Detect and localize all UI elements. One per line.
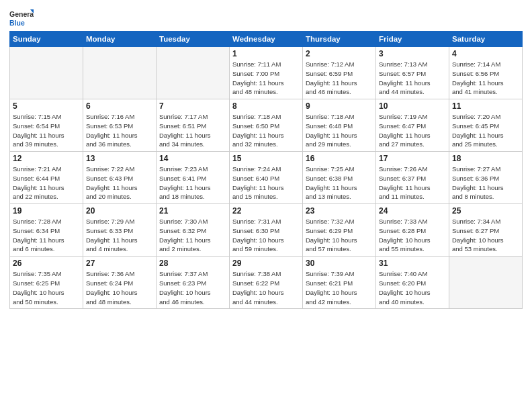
svg-text:Blue: Blue bbox=[9, 19, 25, 27]
day-number: 31 bbox=[379, 259, 446, 268]
day-info: Sunrise: 7:18 AM Sunset: 6:50 PM Dayligh… bbox=[232, 112, 300, 149]
day-number: 3 bbox=[379, 49, 446, 58]
calendar-cell bbox=[83, 47, 157, 99]
calendar-cell: 14Sunrise: 7:23 AM Sunset: 6:41 PM Dayli… bbox=[157, 152, 230, 204]
calendar-cell: 8Sunrise: 7:18 AM Sunset: 6:50 PM Daylig… bbox=[230, 99, 303, 152]
calendar-cell: 31Sunrise: 7:40 AM Sunset: 6:20 PM Dayli… bbox=[376, 257, 449, 309]
day-info: Sunrise: 7:36 AM Sunset: 6:24 PM Dayligh… bbox=[86, 269, 153, 306]
calendar-week-row: 19Sunrise: 7:28 AM Sunset: 6:34 PM Dayli… bbox=[10, 204, 523, 257]
day-info: Sunrise: 7:17 AM Sunset: 6:51 PM Dayligh… bbox=[159, 112, 226, 149]
calendar-cell: 19Sunrise: 7:28 AM Sunset: 6:34 PM Dayli… bbox=[10, 204, 83, 257]
day-number: 30 bbox=[306, 259, 373, 268]
calendar-cell: 20Sunrise: 7:29 AM Sunset: 6:33 PM Dayli… bbox=[83, 204, 157, 257]
day-info: Sunrise: 7:37 AM Sunset: 6:23 PM Dayligh… bbox=[159, 269, 226, 306]
calendar-cell: 26Sunrise: 7:35 AM Sunset: 6:25 PM Dayli… bbox=[10, 257, 83, 309]
day-number: 13 bbox=[86, 154, 153, 163]
calendar-cell: 11Sunrise: 7:20 AM Sunset: 6:45 PM Dayli… bbox=[449, 99, 523, 152]
calendar-cell: 27Sunrise: 7:36 AM Sunset: 6:24 PM Dayli… bbox=[83, 257, 157, 309]
day-info: Sunrise: 7:18 AM Sunset: 6:48 PM Dayligh… bbox=[306, 112, 373, 149]
calendar-cell: 23Sunrise: 7:32 AM Sunset: 6:29 PM Dayli… bbox=[303, 204, 376, 257]
day-info: Sunrise: 7:11 AM Sunset: 7:00 PM Dayligh… bbox=[232, 60, 300, 97]
day-info: Sunrise: 7:15 AM Sunset: 6:54 PM Dayligh… bbox=[13, 112, 80, 149]
calendar-cell: 28Sunrise: 7:37 AM Sunset: 6:23 PM Dayli… bbox=[157, 257, 230, 309]
calendar-cell: 21Sunrise: 7:30 AM Sunset: 6:32 PM Dayli… bbox=[157, 204, 230, 257]
day-info: Sunrise: 7:33 AM Sunset: 6:28 PM Dayligh… bbox=[379, 217, 446, 254]
day-info: Sunrise: 7:20 AM Sunset: 6:45 PM Dayligh… bbox=[452, 112, 519, 149]
day-number: 11 bbox=[452, 101, 519, 111]
calendar-cell: 18Sunrise: 7:27 AM Sunset: 6:36 PM Dayli… bbox=[449, 152, 523, 204]
calendar-cell bbox=[157, 47, 230, 99]
day-number: 24 bbox=[379, 206, 446, 216]
svg-text:General: General bbox=[9, 10, 34, 18]
calendar-cell: 6Sunrise: 7:16 AM Sunset: 6:53 PM Daylig… bbox=[83, 99, 157, 152]
day-info: Sunrise: 7:12 AM Sunset: 6:59 PM Dayligh… bbox=[306, 60, 373, 97]
weekday-header-row: SundayMondayTuesdayWednesdayThursdayFrid… bbox=[10, 32, 523, 47]
calendar-week-row: 26Sunrise: 7:35 AM Sunset: 6:25 PM Dayli… bbox=[10, 257, 523, 309]
day-info: Sunrise: 7:28 AM Sunset: 6:34 PM Dayligh… bbox=[13, 217, 80, 254]
day-number: 1 bbox=[232, 49, 300, 58]
day-number: 23 bbox=[306, 206, 373, 216]
day-info: Sunrise: 7:39 AM Sunset: 6:21 PM Dayligh… bbox=[306, 269, 373, 306]
day-info: Sunrise: 7:27 AM Sunset: 6:36 PM Dayligh… bbox=[452, 165, 519, 201]
calendar-cell: 12Sunrise: 7:21 AM Sunset: 6:44 PM Dayli… bbox=[10, 152, 83, 204]
calendar-cell: 16Sunrise: 7:25 AM Sunset: 6:38 PM Dayli… bbox=[303, 152, 376, 204]
logo-svg: General Blue bbox=[9, 8, 34, 28]
day-info: Sunrise: 7:35 AM Sunset: 6:25 PM Dayligh… bbox=[13, 269, 80, 306]
day-info: Sunrise: 7:34 AM Sunset: 6:27 PM Dayligh… bbox=[452, 217, 519, 254]
day-info: Sunrise: 7:19 AM Sunset: 6:47 PM Dayligh… bbox=[379, 112, 446, 149]
calendar-cell: 17Sunrise: 7:26 AM Sunset: 6:37 PM Dayli… bbox=[376, 152, 449, 204]
day-info: Sunrise: 7:16 AM Sunset: 6:53 PM Dayligh… bbox=[86, 112, 153, 149]
day-info: Sunrise: 7:26 AM Sunset: 6:37 PM Dayligh… bbox=[379, 165, 446, 201]
day-info: Sunrise: 7:32 AM Sunset: 6:29 PM Dayligh… bbox=[306, 217, 373, 254]
logo: General Blue bbox=[9, 8, 34, 28]
calendar-cell: 5Sunrise: 7:15 AM Sunset: 6:54 PM Daylig… bbox=[10, 99, 83, 152]
day-number: 20 bbox=[86, 206, 153, 216]
calendar-table: SundayMondayTuesdayWednesdayThursdayFrid… bbox=[9, 31, 523, 309]
calendar-cell: 29Sunrise: 7:38 AM Sunset: 6:22 PM Dayli… bbox=[230, 257, 303, 309]
day-info: Sunrise: 7:25 AM Sunset: 6:38 PM Dayligh… bbox=[306, 165, 373, 201]
calendar-week-row: 1Sunrise: 7:11 AM Sunset: 7:00 PM Daylig… bbox=[10, 47, 523, 99]
day-number: 4 bbox=[452, 49, 519, 58]
day-number: 10 bbox=[379, 101, 446, 111]
day-info: Sunrise: 7:24 AM Sunset: 6:40 PM Dayligh… bbox=[232, 165, 300, 201]
weekday-header-cell: Wednesday bbox=[230, 32, 303, 47]
calendar-cell: 25Sunrise: 7:34 AM Sunset: 6:27 PM Dayli… bbox=[449, 204, 523, 257]
calendar-cell: 24Sunrise: 7:33 AM Sunset: 6:28 PM Dayli… bbox=[376, 204, 449, 257]
calendar-cell: 15Sunrise: 7:24 AM Sunset: 6:40 PM Dayli… bbox=[230, 152, 303, 204]
day-number: 12 bbox=[13, 154, 80, 163]
day-number: 29 bbox=[232, 259, 300, 268]
weekday-header-cell: Tuesday bbox=[157, 32, 230, 47]
day-number: 26 bbox=[13, 259, 80, 268]
weekday-header-cell: Thursday bbox=[303, 32, 376, 47]
calendar-cell bbox=[10, 47, 83, 99]
day-number: 5 bbox=[13, 101, 80, 111]
calendar-cell: 3Sunrise: 7:13 AM Sunset: 6:57 PM Daylig… bbox=[376, 47, 449, 99]
day-number: 6 bbox=[86, 101, 153, 111]
calendar-cell: 10Sunrise: 7:19 AM Sunset: 6:47 PM Dayli… bbox=[376, 99, 449, 152]
calendar-cell: 4Sunrise: 7:14 AM Sunset: 6:56 PM Daylig… bbox=[449, 47, 523, 99]
weekday-header-cell: Sunday bbox=[10, 32, 83, 47]
day-number: 19 bbox=[13, 206, 80, 216]
day-number: 28 bbox=[159, 259, 226, 268]
calendar-cell: 13Sunrise: 7:22 AM Sunset: 6:43 PM Dayli… bbox=[83, 152, 157, 204]
day-info: Sunrise: 7:21 AM Sunset: 6:44 PM Dayligh… bbox=[13, 165, 80, 201]
calendar-body: 1Sunrise: 7:11 AM Sunset: 7:00 PM Daylig… bbox=[10, 47, 523, 309]
calendar-page: General Blue SundayMondayTuesdayWednesda… bbox=[0, 0, 532, 411]
day-info: Sunrise: 7:22 AM Sunset: 6:43 PM Dayligh… bbox=[86, 165, 153, 201]
day-info: Sunrise: 7:29 AM Sunset: 6:33 PM Dayligh… bbox=[86, 217, 153, 254]
day-number: 7 bbox=[159, 101, 226, 111]
day-number: 8 bbox=[232, 101, 300, 111]
day-info: Sunrise: 7:38 AM Sunset: 6:22 PM Dayligh… bbox=[232, 269, 300, 306]
weekday-header-cell: Friday bbox=[376, 32, 449, 47]
weekday-header-cell: Saturday bbox=[449, 32, 523, 47]
day-info: Sunrise: 7:14 AM Sunset: 6:56 PM Dayligh… bbox=[452, 60, 519, 97]
day-number: 16 bbox=[306, 154, 373, 163]
calendar-cell: 9Sunrise: 7:18 AM Sunset: 6:48 PM Daylig… bbox=[303, 99, 376, 152]
day-number: 18 bbox=[452, 154, 519, 163]
day-number: 17 bbox=[379, 154, 446, 163]
calendar-cell: 1Sunrise: 7:11 AM Sunset: 7:00 PM Daylig… bbox=[230, 47, 303, 99]
day-info: Sunrise: 7:30 AM Sunset: 6:32 PM Dayligh… bbox=[159, 217, 226, 254]
weekday-header-cell: Monday bbox=[83, 32, 157, 47]
calendar-cell: 22Sunrise: 7:31 AM Sunset: 6:30 PM Dayli… bbox=[230, 204, 303, 257]
day-number: 21 bbox=[159, 206, 226, 216]
